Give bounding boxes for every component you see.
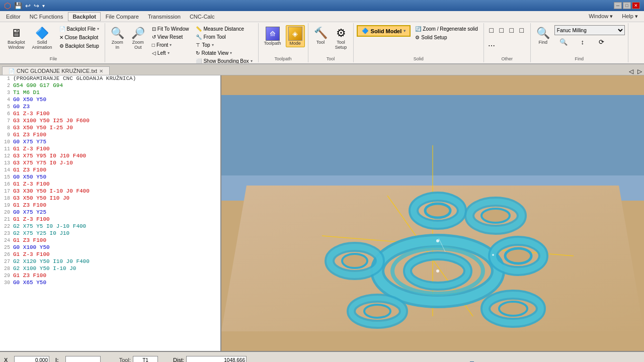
backplot-file-button[interactable]: 📄 Backplot File ▾ (57, 25, 102, 33)
tool-value-input[interactable] (133, 356, 158, 362)
find-combo[interactable]: Fanuc Milling (554, 25, 625, 35)
code-line[interactable]: 10G0 X75 Y75 (0, 139, 220, 146)
backplot-setup-button[interactable]: ⚙ Backplot Setup (57, 42, 102, 50)
menu-file-compare[interactable]: File Compare (102, 13, 143, 21)
other-btn-1[interactable]: □ (487, 25, 496, 35)
code-line[interactable]: 7G3 X100 Y50 I25 J0 F600 (0, 118, 220, 125)
code-line[interactable]: 27G2 X120 Y50 I10 J0 F400 (0, 258, 220, 265)
code-line[interactable]: 3T1 M6 D1 (0, 89, 220, 97)
measure-distance-label: Measure Distance (203, 26, 244, 32)
other-btn-5[interactable]: ⋯ (487, 41, 496, 51)
code-line[interactable]: 9G1 Z3 F100 (0, 132, 220, 139)
code-line[interactable]: 13G3 X75 Y75 I0 J-10 (0, 160, 220, 167)
top-view-button[interactable]: ⊤ Top ▾ (193, 41, 255, 49)
code-line[interactable]: 5G0 Z3 (0, 104, 220, 111)
code-line[interactable]: 6G1 Z-3 F100 (0, 111, 220, 118)
menu-cnc-calc[interactable]: CNC-Calc (186, 13, 219, 21)
rotate-view-button[interactable]: ↻ Rotate View ▾ (193, 49, 255, 57)
minimize-button[interactable]: ─ (614, 2, 622, 9)
tool-button[interactable]: 🔨 Tool (311, 25, 330, 46)
zoom-in-button[interactable]: 🔍 ZoomIn (108, 25, 127, 51)
app-logo-icon: ⬡ (4, 1, 11, 11)
quick-access-dropdown[interactable]: ▾ (42, 3, 45, 9)
from-tool-button[interactable]: 🔧 From Tool (193, 33, 255, 41)
menu-transmission[interactable]: Transmission (144, 13, 185, 21)
line-number: 7 (1, 118, 13, 124)
code-line[interactable]: 29G1 Z3 F100 (0, 273, 220, 280)
mode-button[interactable]: ◈ Mode (286, 25, 305, 47)
code-line[interactable]: 18G3 X50 Y50 I10 J0 (0, 195, 220, 202)
menu-backplot[interactable]: Backplot (68, 12, 100, 21)
zoom-regenerate-button[interactable]: 🔄 Zoom / Regenerate solid (413, 25, 480, 33)
code-line[interactable]: 25G0 X100 Y50 (0, 244, 220, 251)
title-bar: ⬡ 💾 ↩ ↪ ▾ ─ □ ✕ (0, 0, 644, 11)
code-editor[interactable]: 1(PROGRAMIRANJE CNC GLODANJA KRUŽNICA)2G… (0, 75, 220, 351)
code-line[interactable]: 20G0 X75 Y25 (0, 209, 220, 216)
measure-distance-button[interactable]: 📏 Measure Distance (193, 25, 255, 33)
zoom-out-button[interactable]: 🔎 ZoomOut (129, 25, 147, 51)
find-icon-btn-2[interactable]: ↕ (574, 37, 592, 47)
code-line[interactable]: 30G0 X65 Y50 (0, 280, 220, 287)
code-line[interactable]: 23G2 X75 Y25 I0 J10 (0, 230, 220, 237)
menu-nc-functions[interactable]: NC Functions (26, 13, 67, 21)
code-line[interactable]: 8G3 X50 Y50 I-25 J0 (0, 125, 220, 132)
solid-model-button[interactable]: 🔷 Solid Model ▾ (357, 25, 411, 37)
viewport-3d[interactable] (221, 75, 644, 351)
solid-animation-button[interactable]: 🔷 SolidAnimation (30, 25, 55, 51)
code-line[interactable]: 12G3 X75 Y95 I0 J10 F400 (0, 153, 220, 160)
code-line[interactable]: 24G1 Z3 F100 (0, 237, 220, 244)
dist-value-input[interactable] (186, 356, 247, 362)
code-line[interactable]: 11G1 Z-3 F100 (0, 146, 220, 153)
other-btn-2[interactable]: □ (497, 25, 506, 35)
svg-point-22 (499, 302, 527, 316)
code-line[interactable]: 2G54 G90 G17 G94 (0, 82, 220, 89)
backplot-window-label: BackplotWindow (8, 40, 25, 50)
other-btn-4[interactable]: □ (517, 25, 526, 35)
line-number: 1 (1, 76, 13, 81)
code-line[interactable]: 4G0 X50 Y50 (0, 97, 220, 104)
toolpath-button[interactable]: ⟰ Toolpath (262, 25, 284, 47)
other-btn-3[interactable]: □ (507, 25, 516, 35)
line-number: 12 (1, 153, 13, 159)
i-value-input[interactable] (65, 356, 101, 362)
close-button[interactable]: ✕ (632, 2, 640, 9)
backplot-window-button[interactable]: 🖥 BackplotWindow (5, 25, 28, 51)
doc-tab-main[interactable]: 📄 CNC GLODANJE KRUŽNICE.txt ✕ (2, 66, 110, 75)
find-icon-btn-1[interactable]: 🔍 (554, 37, 573, 47)
menu-editor[interactable]: Editor (2, 13, 25, 21)
solid-setup-button[interactable]: ⚙ Solid Setup (413, 34, 480, 41)
tool-setup-button[interactable]: ⚙ ToolSetup (332, 25, 350, 51)
fit-icon: ⊡ (152, 26, 156, 32)
close-backplot-button[interactable]: ✕ Close Backplot (57, 34, 102, 41)
quick-access-undo[interactable]: ↩ (25, 2, 31, 10)
code-line[interactable]: 28G2 X100 Y50 I-10 J0 (0, 265, 220, 273)
show-bounding-box-button[interactable]: ⬜ Show Bounding Box ▾ (193, 57, 255, 64)
quick-access-redo[interactable]: ↪ (34, 2, 39, 10)
fit-to-window-button[interactable]: ⊡ Fit To Window (149, 25, 192, 33)
code-line[interactable]: 17G3 X30 Y50 I-10 J0 F400 (0, 188, 220, 195)
code-line[interactable]: 15G0 X50 Y50 (0, 174, 220, 181)
left-view-button[interactable]: ◁ Left ▾ (149, 49, 192, 57)
front-view-button[interactable]: □ Front ▾ (149, 41, 192, 49)
code-line[interactable]: 1(PROGRAMIRANJE CNC GLODANJA KRUŽNICA) (0, 75, 220, 82)
other-icon-5: ⋯ (488, 42, 495, 50)
tab-close-button[interactable]: ✕ (99, 68, 103, 74)
line-number: 14 (1, 167, 13, 173)
code-line[interactable]: 26G1 Z-3 F100 (0, 251, 220, 258)
code-line[interactable]: 16G1 Z-3 F100 (0, 181, 220, 188)
code-line[interactable]: 22G2 X75 Y5 I0 J-10 F400 (0, 223, 220, 230)
maximize-button[interactable]: □ (623, 2, 631, 9)
line-content: T1 M6 D1 (13, 89, 219, 96)
code-line[interactable]: 21G1 Z-3 F100 (0, 216, 220, 223)
code-line[interactable]: 19G1 Z3 F100 (0, 202, 220, 209)
menu-help[interactable]: Help ▾ (618, 12, 642, 21)
find-button[interactable]: 🔍 Find (534, 25, 552, 46)
code-line[interactable]: 14G1 Z3 F100 (0, 167, 220, 174)
menu-window[interactable]: Window ▾ (585, 12, 617, 21)
x-value-input[interactable] (14, 356, 49, 362)
view-reset-button[interactable]: ↺ View Reset (149, 33, 192, 41)
find-icon-btn-3[interactable]: ⟳ (593, 37, 611, 47)
quick-access-save[interactable]: 💾 (14, 2, 22, 10)
tab-nav-prev[interactable]: ◁ (627, 68, 635, 75)
tab-nav-next[interactable]: ▷ (635, 68, 644, 75)
